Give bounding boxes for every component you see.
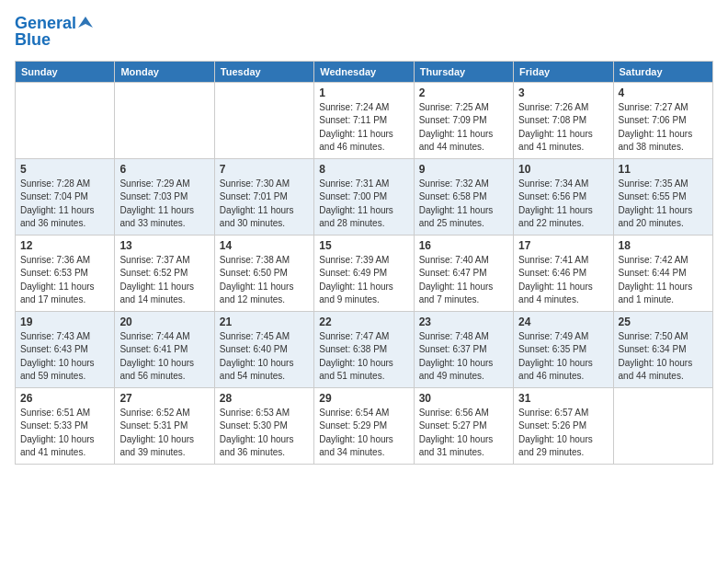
day-info: Sunrise: 7:47 AMSunset: 6:38 PMDaylight:… <box>319 330 408 384</box>
week-row-3: 12Sunrise: 7:36 AMSunset: 6:53 PMDayligh… <box>16 235 713 311</box>
day-number: 12 <box>20 239 109 252</box>
column-header-wednesday: Wednesday <box>314 61 414 82</box>
day-cell: 22Sunrise: 7:47 AMSunset: 6:38 PMDayligh… <box>314 311 414 387</box>
day-number: 21 <box>220 316 309 328</box>
day-info: Sunrise: 7:44 AMSunset: 6:41 PMDaylight:… <box>119 330 209 384</box>
day-info: Sunrise: 7:39 AMSunset: 6:49 PMDaylight:… <box>319 254 408 307</box>
day-number: 25 <box>619 316 708 328</box>
day-info: Sunrise: 7:43 AMSunset: 6:43 PMDaylight:… <box>20 330 109 384</box>
day-cell: 14Sunrise: 7:38 AMSunset: 6:50 PMDayligh… <box>214 235 313 311</box>
day-number: 28 <box>220 392 309 405</box>
day-number: 6 <box>119 163 209 176</box>
day-number: 2 <box>419 86 508 99</box>
day-number: 26 <box>20 392 109 405</box>
day-number: 11 <box>619 163 708 176</box>
day-info: Sunrise: 6:51 AMSunset: 5:33 PMDaylight:… <box>20 407 109 460</box>
day-number: 29 <box>319 392 408 405</box>
week-row-1: 1Sunrise: 7:24 AMSunset: 7:11 PMDaylight… <box>16 82 713 158</box>
day-number: 3 <box>518 86 608 99</box>
day-cell: 2Sunrise: 7:25 AMSunset: 7:09 PMDaylight… <box>414 82 513 158</box>
day-cell <box>613 387 712 464</box>
day-info: Sunrise: 6:56 AMSunset: 5:27 PMDaylight:… <box>419 407 508 460</box>
page-header: General Blue <box>15 15 713 50</box>
week-row-5: 26Sunrise: 6:51 AMSunset: 5:33 PMDayligh… <box>16 387 713 464</box>
day-number: 5 <box>20 163 109 176</box>
day-number: 18 <box>619 239 708 252</box>
week-row-4: 19Sunrise: 7:43 AMSunset: 6:43 PMDayligh… <box>16 311 713 387</box>
day-number: 8 <box>319 163 408 176</box>
day-number: 16 <box>419 239 508 252</box>
day-number: 22 <box>319 316 408 328</box>
day-cell: 21Sunrise: 7:45 AMSunset: 6:40 PMDayligh… <box>214 311 313 387</box>
column-header-thursday: Thursday <box>414 61 513 82</box>
day-number: 14 <box>220 239 309 252</box>
day-info: Sunrise: 6:53 AMSunset: 5:30 PMDaylight:… <box>220 407 309 460</box>
day-cell: 20Sunrise: 7:44 AMSunset: 6:41 PMDayligh… <box>115 311 214 387</box>
day-number: 19 <box>20 316 109 328</box>
day-cell: 3Sunrise: 7:26 AMSunset: 7:08 PMDaylight… <box>514 82 613 158</box>
day-info: Sunrise: 7:35 AMSunset: 6:55 PMDaylight:… <box>619 178 708 231</box>
day-cell: 23Sunrise: 7:48 AMSunset: 6:37 PMDayligh… <box>414 311 513 387</box>
day-info: Sunrise: 7:29 AMSunset: 7:03 PMDaylight:… <box>119 178 209 231</box>
day-info: Sunrise: 7:25 AMSunset: 7:09 PMDaylight:… <box>419 101 508 155</box>
logo-text-blue: Blue <box>15 31 51 50</box>
day-number: 31 <box>518 392 608 405</box>
day-info: Sunrise: 7:30 AMSunset: 7:01 PMDaylight:… <box>220 178 309 231</box>
day-info: Sunrise: 7:49 AMSunset: 6:35 PMDaylight:… <box>518 330 608 384</box>
day-info: Sunrise: 7:27 AMSunset: 7:06 PMDaylight:… <box>619 101 708 155</box>
day-info: Sunrise: 6:54 AMSunset: 5:29 PMDaylight:… <box>319 407 408 460</box>
calendar-table: SundayMondayTuesdayWednesdayThursdayFrid… <box>15 61 713 465</box>
day-cell: 19Sunrise: 7:43 AMSunset: 6:43 PMDayligh… <box>16 311 115 387</box>
day-cell: 17Sunrise: 7:41 AMSunset: 6:46 PMDayligh… <box>514 235 613 311</box>
day-cell: 6Sunrise: 7:29 AMSunset: 7:03 PMDaylight… <box>115 158 214 235</box>
day-number: 24 <box>518 316 608 328</box>
day-number: 23 <box>419 316 508 328</box>
day-info: Sunrise: 7:26 AMSunset: 7:08 PMDaylight:… <box>518 101 608 155</box>
calendar-header-row: SundayMondayTuesdayWednesdayThursdayFrid… <box>16 61 713 82</box>
day-number: 9 <box>419 163 508 176</box>
column-header-friday: Friday <box>514 61 613 82</box>
day-cell: 1Sunrise: 7:24 AMSunset: 7:11 PMDaylight… <box>314 82 414 158</box>
week-row-2: 5Sunrise: 7:28 AMSunset: 7:04 PMDaylight… <box>16 158 713 235</box>
svg-marker-0 <box>78 17 93 28</box>
day-info: Sunrise: 6:52 AMSunset: 5:31 PMDaylight:… <box>119 407 209 460</box>
day-cell: 28Sunrise: 6:53 AMSunset: 5:30 PMDayligh… <box>214 387 313 464</box>
day-cell: 18Sunrise: 7:42 AMSunset: 6:44 PMDayligh… <box>613 235 712 311</box>
day-cell: 12Sunrise: 7:36 AMSunset: 6:53 PMDayligh… <box>16 235 115 311</box>
column-header-saturday: Saturday <box>613 61 712 82</box>
column-header-monday: Monday <box>115 61 214 82</box>
day-cell: 29Sunrise: 6:54 AMSunset: 5:29 PMDayligh… <box>314 387 414 464</box>
day-cell: 25Sunrise: 7:50 AMSunset: 6:34 PMDayligh… <box>613 311 712 387</box>
day-cell <box>214 82 313 158</box>
day-info: Sunrise: 7:42 AMSunset: 6:44 PMDaylight:… <box>619 254 708 307</box>
day-cell: 15Sunrise: 7:39 AMSunset: 6:49 PMDayligh… <box>314 235 414 311</box>
day-info: Sunrise: 6:57 AMSunset: 5:26 PMDaylight:… <box>518 407 608 460</box>
day-cell: 26Sunrise: 6:51 AMSunset: 5:33 PMDayligh… <box>16 387 115 464</box>
day-cell: 27Sunrise: 6:52 AMSunset: 5:31 PMDayligh… <box>115 387 214 464</box>
day-cell: 9Sunrise: 7:32 AMSunset: 6:58 PMDaylight… <box>414 158 513 235</box>
day-cell: 16Sunrise: 7:40 AMSunset: 6:47 PMDayligh… <box>414 235 513 311</box>
day-info: Sunrise: 7:40 AMSunset: 6:47 PMDaylight:… <box>419 254 508 307</box>
day-info: Sunrise: 7:32 AMSunset: 6:58 PMDaylight:… <box>419 178 508 231</box>
day-cell: 24Sunrise: 7:49 AMSunset: 6:35 PMDayligh… <box>514 311 613 387</box>
day-number: 1 <box>319 86 408 99</box>
day-cell: 30Sunrise: 6:56 AMSunset: 5:27 PMDayligh… <box>414 387 513 464</box>
day-cell <box>16 82 115 158</box>
day-info: Sunrise: 7:34 AMSunset: 6:56 PMDaylight:… <box>518 178 608 231</box>
day-number: 15 <box>319 239 408 252</box>
column-header-sunday: Sunday <box>16 61 115 82</box>
day-number: 27 <box>119 392 209 405</box>
day-cell: 8Sunrise: 7:31 AMSunset: 7:00 PMDaylight… <box>314 158 414 235</box>
day-info: Sunrise: 7:38 AMSunset: 6:50 PMDaylight:… <box>220 254 309 307</box>
day-cell: 31Sunrise: 6:57 AMSunset: 5:26 PMDayligh… <box>514 387 613 464</box>
day-info: Sunrise: 7:50 AMSunset: 6:34 PMDaylight:… <box>619 330 708 384</box>
column-header-tuesday: Tuesday <box>214 61 313 82</box>
day-cell: 4Sunrise: 7:27 AMSunset: 7:06 PMDaylight… <box>613 82 712 158</box>
day-cell: 5Sunrise: 7:28 AMSunset: 7:04 PMDaylight… <box>16 158 115 235</box>
day-info: Sunrise: 7:48 AMSunset: 6:37 PMDaylight:… <box>419 330 508 384</box>
day-info: Sunrise: 7:41 AMSunset: 6:46 PMDaylight:… <box>518 254 608 307</box>
day-info: Sunrise: 7:31 AMSunset: 7:00 PMDaylight:… <box>319 178 408 231</box>
day-cell: 13Sunrise: 7:37 AMSunset: 6:52 PMDayligh… <box>115 235 214 311</box>
day-info: Sunrise: 7:37 AMSunset: 6:52 PMDaylight:… <box>119 254 209 307</box>
day-number: 13 <box>119 239 209 252</box>
